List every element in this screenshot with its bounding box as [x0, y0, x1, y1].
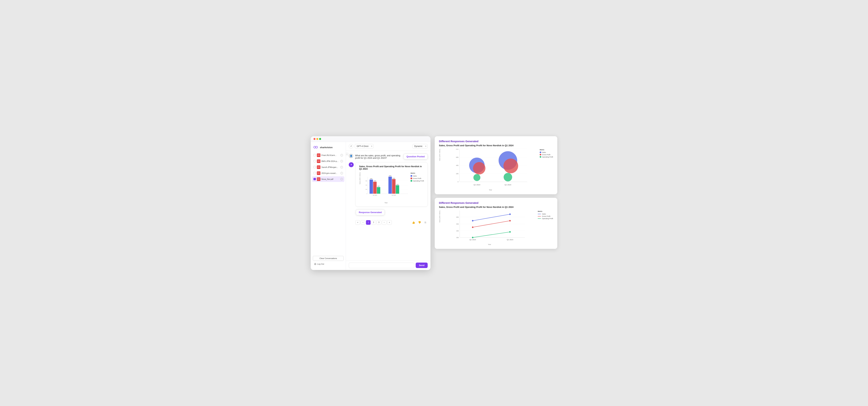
svg-rect-9: [370, 179, 373, 194]
info-icon-1[interactable]: i: [340, 154, 343, 157]
dynamic-select[interactable]: Dynamic Static: [412, 144, 428, 148]
file-name-4: 2024-jpm-novart...: [321, 172, 339, 174]
page-1-button[interactable]: 1: [366, 220, 371, 225]
svg-point-39: [503, 173, 512, 181]
pdf-icon-1: PDF: [317, 154, 320, 157]
sidebar-toggle[interactable]: ⟨⟩: [345, 153, 349, 156]
page-3-button[interactable]: 3: [377, 220, 381, 225]
ai-avatar: ✦: [349, 162, 354, 167]
file-item-5[interactable]: PDF Nova_Nor.pdf i: [312, 176, 344, 182]
panel-1-dot-sales: [540, 151, 541, 153]
panel-1-svg-wrapper: 0 20k 40k 60k 80k Q1: [443, 149, 538, 191]
first-page-button[interactable]: «: [355, 220, 360, 225]
panel-2-legend-op: Operating Profit: [538, 218, 553, 219]
info-icon-2[interactable]: i: [340, 160, 343, 163]
minimize-dot[interactable]: [316, 138, 318, 140]
panel-2-x-label: Year: [443, 243, 536, 245]
panel-1-legend-sales: Sales: [540, 151, 553, 153]
file-item-4[interactable]: PDF 2024-jpm-novart... i: [312, 170, 344, 176]
panel-1-label-sales: Sales: [542, 151, 546, 153]
info-icon-3[interactable]: i: [340, 166, 343, 168]
page-2-button[interactable]: 2: [371, 220, 376, 225]
panel-1-title: Different Responses Generated: [439, 140, 553, 143]
panel-2-y-label: Value (DKK million): [439, 210, 440, 223]
logout-label: Log Out: [317, 263, 324, 265]
file-item-1[interactable]: PDF Final-JNJ-Earni... i: [312, 153, 344, 158]
copy-icon[interactable]: ⎘: [423, 220, 428, 225]
refresh-button[interactable]: ↺: [349, 144, 353, 148]
panel-2-label-sales: Sales: [542, 213, 546, 215]
legend-gross: Gross Profit: [410, 177, 424, 179]
logout-button[interactable]: ⏻ Log Out: [313, 262, 344, 266]
chart-legend: Metric Sales Gross Profit: [410, 172, 424, 182]
svg-text:65349: 65349: [389, 175, 392, 176]
svg-text:Q1 2023: Q1 2023: [474, 183, 480, 185]
svg-line-57: [473, 232, 510, 237]
response-generated-badge: Response Generated: [356, 209, 385, 215]
panel-1-label-op: Operating Profit: [542, 156, 553, 158]
logo-circle-right: [315, 146, 318, 148]
info-icon-4[interactable]: i: [340, 172, 343, 174]
panel-1-y-label: Value (DKK million): [439, 149, 440, 161]
user-question: What are the sales, gross profit, and op…: [355, 154, 402, 159]
svg-point-59: [509, 231, 510, 233]
file-item-3[interactable]: PDF Sanofi-JPMorgan... i: [312, 164, 344, 170]
file-list: PDF Final-JNJ-Earni... i PDF BMS-JPM-202…: [311, 153, 346, 254]
file-name-5: Nova_Nor.pdf: [321, 178, 339, 180]
svg-point-52: [472, 220, 473, 222]
window-controls: [313, 138, 321, 140]
last-page-button[interactable]: »: [387, 220, 392, 225]
send-button[interactable]: Send: [416, 263, 428, 268]
svg-rect-17: [392, 179, 396, 194]
panel-1-legend-op: Operating Profit: [540, 156, 553, 158]
logo-icon: [313, 146, 318, 149]
svg-point-53: [509, 213, 510, 215]
chat-messages: 👤 What are the sales, gross profit, and …: [346, 151, 431, 261]
response-panel-1: Different Responses Generated Sales, Gro…: [435, 136, 557, 194]
prev-page-button[interactable]: ‹: [361, 220, 365, 225]
svg-line-51: [473, 214, 510, 221]
chat-input-area: Send: [346, 261, 431, 270]
next-page-button[interactable]: ›: [382, 220, 386, 225]
chat-input[interactable]: [349, 263, 414, 268]
svg-rect-19: [396, 185, 399, 194]
file-checkbox-2[interactable]: [313, 160, 316, 162]
file-name-1: Final-JNJ-Earni...: [321, 154, 339, 156]
pagination: « ‹ 1 2 3 › »: [355, 220, 392, 225]
info-icon-5[interactable]: i: [340, 178, 343, 180]
user-avatar: 👤: [349, 154, 353, 158]
svg-text:20k: 20k: [366, 189, 367, 190]
svg-text:55433: 55433: [393, 178, 395, 179]
legend-label-sales: Sales: [413, 175, 417, 177]
panel-2-line-op: [538, 218, 541, 219]
file-checkbox-4[interactable]: [313, 172, 316, 174]
panel-1-x-label: Year: [443, 189, 538, 191]
panel-1-label-gross: Gross Profit: [542, 154, 551, 156]
panel-2-legend-title: Metric: [538, 210, 553, 212]
thumbs-down-icon[interactable]: 👎: [417, 220, 422, 225]
right-panels: Different Responses Generated Sales, Gro…: [435, 136, 557, 249]
svg-text:30k: 30k: [456, 237, 459, 238]
model-select[interactable]: GPT-4 Omni GPT-3.5 Claude 3: [355, 144, 374, 148]
maximize-dot[interactable]: [319, 138, 321, 140]
close-dot[interactable]: [313, 138, 315, 140]
svg-text:60k: 60k: [456, 216, 459, 218]
file-item-2[interactable]: PDF BMS-JPM-2024-p... i: [312, 158, 344, 164]
logo: sharkvision: [311, 145, 346, 153]
sidebar: sharkvision ⟨⟩ PDF Final-JNJ-Earni... i …: [311, 142, 346, 270]
panel-1-chart-row: Value (DKK million) 0 20k 40k: [439, 149, 553, 191]
svg-text:45185: 45185: [374, 180, 376, 181]
pdf-icon-5: PDF: [317, 177, 320, 181]
pdf-icon-4: PDF: [317, 171, 320, 175]
svg-rect-15: [389, 176, 392, 194]
file-checkbox-1[interactable]: [313, 154, 316, 156]
user-message-row: 👤 What are the sales, gross profit, and …: [349, 154, 428, 160]
bar-chart-wrapper: 0 20k 40k 60k 53367: [363, 172, 409, 204]
dynamic-select-wrapper: Dynamic Static: [412, 144, 428, 148]
svg-point-55: [472, 227, 473, 228]
clear-conversations-button[interactable]: Clear Conversations: [313, 256, 344, 261]
file-checkbox-5[interactable]: [313, 178, 316, 180]
panel-2-label-op: Operating Profit: [542, 218, 553, 219]
file-checkbox-3[interactable]: [313, 166, 316, 168]
thumbs-up-icon[interactable]: 👍: [411, 220, 416, 225]
